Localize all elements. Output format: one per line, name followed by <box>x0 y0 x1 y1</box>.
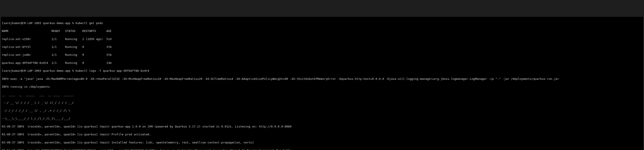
log-line: 03:49:37 INFO traceId=, parentId=, spanI… <box>2 133 642 137</box>
command-text: kubectl get pods <box>76 21 103 25</box>
user-host-path: sarojkumar@CR-LAP-1003 quarkus-demo-app <box>4 69 70 72</box>
log-line: INFO exec -a "java" java -XX:MaxRAMPerce… <box>2 77 642 81</box>
pod-row: quarkus-app-d9f6dff86-6zdt4 1/1 Running … <box>2 61 642 65</box>
log-line: 03:51:33 INFO traceId=fd90b302f8b0a46e3c… <box>2 149 642 150</box>
ascii-art-line: --\___\_\____/_/ |_/_/|_/_/|_|\____/___/ <box>2 117 642 121</box>
pod-row: replica-set-v258r 1/1 Running 2 (2d3h ag… <box>2 37 642 41</box>
ascii-art-line: __ ____ __ _____ ___ __ ____ ______ <box>2 93 642 97</box>
terminal-output[interactable]: [sarojkumar@CR-LAP-1003 quarkus-demo-app… <box>1 17 643 150</box>
log-line: 03:49:37 INFO traceId=, parentId=, spanI… <box>2 141 642 145</box>
bracket-open: [ <box>2 69 4 72</box>
pods-header: NAME READY STATUS RESTARTS AGE <box>2 29 642 33</box>
command-text: kubectl logs -f quarkus-app-d9f6dff86-6z… <box>76 69 150 72</box>
bracket-open: [ <box>2 21 4 25</box>
prompt-percent: % <box>70 69 75 72</box>
prompt-line-1: [sarojkumar@CR-LAP-1003 quarkus-demo-app… <box>2 21 642 25</box>
log-line: 03:49:37 INFO traceId=, parentId=, spanI… <box>2 125 642 129</box>
prompt-line-2: [sarojkumar@CR-LAP-1003 quarkus-demo-app… <box>2 69 642 73</box>
pod-row: replica-set-8ft5l 1/1 Running 0 37m <box>2 45 642 49</box>
ascii-art-line: --/ __ \/ / / / _ | / _ \/ //_/ / / / __… <box>2 101 642 105</box>
user-host-path: sarojkumar@CR-LAP-1003 quarkus-demo-app <box>4 21 70 25</box>
prompt-percent: % <box>70 21 75 25</box>
pod-row: replica-set-jxd6c 1/1 Running 0 37m <box>2 53 642 57</box>
ascii-art-line: -/ /_/ / /_/ / __ |/ , _/ ,< / /_/ /\ \ <box>2 109 642 113</box>
log-line: INFO running in /deployments <box>2 85 642 89</box>
